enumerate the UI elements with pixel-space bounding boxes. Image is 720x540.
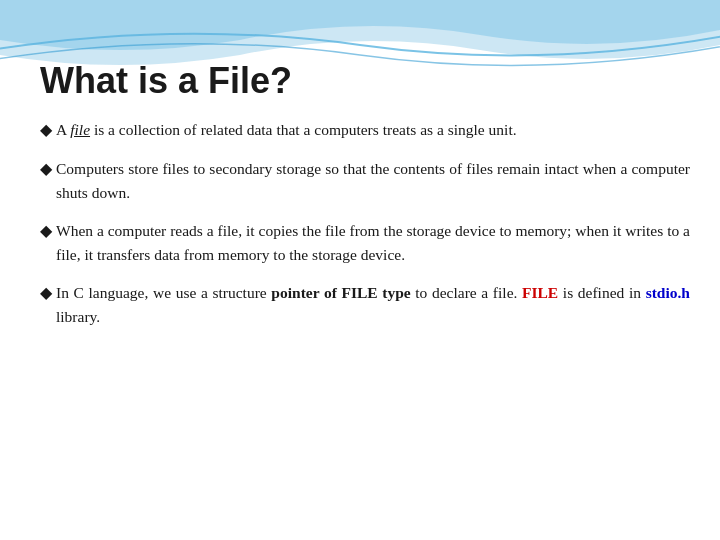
- bullet-text-1: A file is a collection of related data t…: [56, 118, 690, 142]
- bullet-text-4: In C language, we use a structure pointe…: [56, 281, 690, 329]
- page-title: What is a File?: [40, 60, 690, 102]
- bullet-item-1: ◆ A file is a collection of related data…: [40, 118, 690, 143]
- bullet-marker-1: ◆: [40, 118, 52, 143]
- bullet-item-2: ◆ Computers store files to secondary sto…: [40, 157, 690, 205]
- file-term: file: [70, 121, 90, 138]
- bullet-item-3: ◆ When a computer reads a file, it copie…: [40, 219, 690, 267]
- file-keyword: FILE: [522, 284, 558, 301]
- main-content: What is a File? ◆ A file is a collection…: [40, 60, 690, 520]
- stdio-keyword: stdio.h: [646, 284, 690, 301]
- bullet-text-2: Computers store files to secondary stora…: [56, 157, 690, 205]
- bullet-marker-2: ◆: [40, 157, 52, 182]
- bullet-marker-3: ◆: [40, 219, 52, 244]
- bullet-marker-4: ◆: [40, 281, 52, 306]
- bullet-text-3: When a computer reads a file, it copies …: [56, 219, 690, 267]
- bullet-item-4: ◆ In C language, we use a structure poin…: [40, 281, 690, 329]
- pointer-of-file-text: pointer of FILE type: [271, 284, 410, 301]
